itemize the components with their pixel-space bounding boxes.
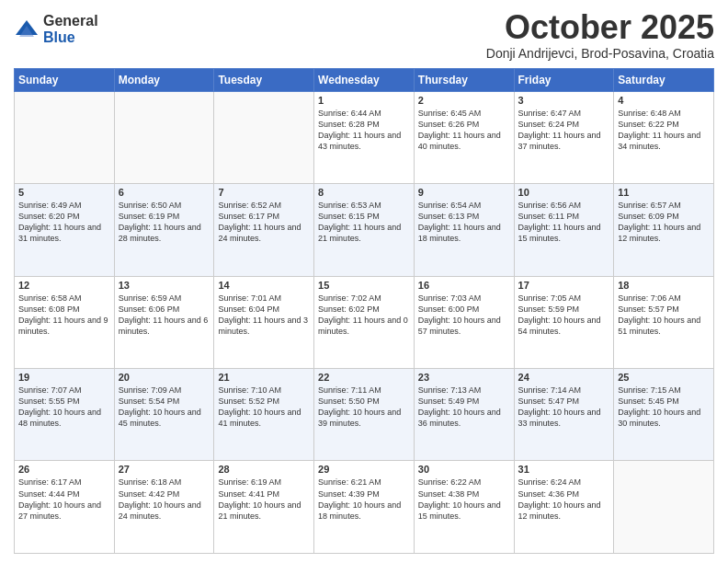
day-info: Sunrise: 6:50 AM Sunset: 6:19 PM Dayligh… [119,200,210,245]
col-tuesday: Tuesday [214,68,314,91]
calendar-week-row: 1Sunrise: 6:44 AM Sunset: 6:28 PM Daylig… [15,91,714,183]
table-row: 12Sunrise: 6:58 AM Sunset: 6:08 PM Dayli… [15,276,115,368]
table-row: 3Sunrise: 6:47 AM Sunset: 6:24 PM Daylig… [514,91,614,183]
col-friday: Friday [514,68,614,91]
logo-general: General [43,13,98,29]
day-number: 6 [119,187,210,198]
location: Donji Andrijevci, Brod-Posavina, Croatia [486,46,714,61]
day-number: 13 [119,280,210,291]
day-info: Sunrise: 6:49 AM Sunset: 6:20 PM Dayligh… [18,200,110,245]
title-block: October 2025 Donji Andrijevci, Brod-Posa… [486,9,714,61]
day-number: 22 [318,372,410,383]
day-info: Sunrise: 6:45 AM Sunset: 6:26 PM Dayligh… [418,108,510,153]
day-info: Sunrise: 7:09 AM Sunset: 5:54 PM Dayligh… [119,385,210,430]
day-number: 7 [218,187,310,198]
day-number: 17 [518,280,610,291]
table-row: 30Sunrise: 6:22 AM Sunset: 4:38 PM Dayli… [414,461,514,554]
table-row: 25Sunrise: 7:15 AM Sunset: 5:45 PM Dayli… [614,369,714,461]
day-number: 4 [618,95,710,106]
day-number: 16 [418,280,510,291]
day-info: Sunrise: 7:06 AM Sunset: 5:57 PM Dayligh… [618,293,710,338]
table-row: 8Sunrise: 6:53 AM Sunset: 6:15 PM Daylig… [314,184,415,276]
table-row: 29Sunrise: 6:21 AM Sunset: 4:39 PM Dayli… [314,461,415,554]
day-info: Sunrise: 6:56 AM Sunset: 6:11 PM Dayligh… [518,200,610,245]
table-row: 19Sunrise: 7:07 AM Sunset: 5:55 PM Dayli… [15,369,115,461]
calendar-week-row: 5Sunrise: 6:49 AM Sunset: 6:20 PM Daylig… [15,184,714,276]
day-number: 20 [119,372,210,383]
day-number: 3 [518,95,610,106]
day-number: 12 [18,280,110,291]
table-row: 4Sunrise: 6:48 AM Sunset: 6:22 PM Daylig… [614,91,714,183]
day-info: Sunrise: 7:05 AM Sunset: 5:59 PM Dayligh… [518,293,610,338]
table-row [15,91,115,183]
day-number: 23 [418,372,510,383]
day-info: Sunrise: 6:18 AM Sunset: 4:42 PM Dayligh… [119,477,210,522]
col-sunday: Sunday [15,68,115,91]
day-info: Sunrise: 7:10 AM Sunset: 5:52 PM Dayligh… [218,385,310,430]
day-info: Sunrise: 6:58 AM Sunset: 6:08 PM Dayligh… [18,293,110,338]
table-row: 26Sunrise: 6:17 AM Sunset: 4:44 PM Dayli… [15,461,115,554]
col-thursday: Thursday [414,68,514,91]
day-number: 28 [218,464,310,475]
day-number: 10 [518,187,610,198]
day-number: 14 [218,280,310,291]
day-info: Sunrise: 6:22 AM Sunset: 4:38 PM Dayligh… [418,477,510,522]
col-monday: Monday [114,68,214,91]
day-info: Sunrise: 6:17 AM Sunset: 4:44 PM Dayligh… [18,477,110,522]
day-info: Sunrise: 6:21 AM Sunset: 4:39 PM Dayligh… [318,477,410,522]
table-row: 16Sunrise: 7:03 AM Sunset: 6:00 PM Dayli… [414,276,514,368]
logo-text: General Blue [43,13,98,45]
day-number: 30 [418,464,510,475]
table-row: 11Sunrise: 6:57 AM Sunset: 6:09 PM Dayli… [614,184,714,276]
day-info: Sunrise: 6:57 AM Sunset: 6:09 PM Dayligh… [618,200,710,245]
table-row: 24Sunrise: 7:14 AM Sunset: 5:47 PM Dayli… [514,369,614,461]
day-info: Sunrise: 7:13 AM Sunset: 5:49 PM Dayligh… [418,385,510,430]
logo-icon [14,17,40,42]
table-row: 22Sunrise: 7:11 AM Sunset: 5:50 PM Dayli… [314,369,415,461]
calendar-week-row: 26Sunrise: 6:17 AM Sunset: 4:44 PM Dayli… [15,461,714,554]
table-row [214,91,314,183]
col-wednesday: Wednesday [314,68,415,91]
day-info: Sunrise: 6:48 AM Sunset: 6:22 PM Dayligh… [618,108,710,153]
day-info: Sunrise: 6:54 AM Sunset: 6:13 PM Dayligh… [418,200,510,245]
table-row: 6Sunrise: 6:50 AM Sunset: 6:19 PM Daylig… [114,184,214,276]
day-number: 24 [518,372,610,383]
table-row: 20Sunrise: 7:09 AM Sunset: 5:54 PM Dayli… [114,369,214,461]
logo: General Blue [14,13,98,45]
day-info: Sunrise: 7:03 AM Sunset: 6:00 PM Dayligh… [418,293,510,338]
day-number: 15 [318,280,410,291]
table-row: 28Sunrise: 6:19 AM Sunset: 4:41 PM Dayli… [214,461,314,554]
day-number: 11 [618,187,710,198]
day-number: 27 [119,464,210,475]
day-number: 1 [318,95,410,106]
table-row: 31Sunrise: 6:24 AM Sunset: 4:36 PM Dayli… [514,461,614,554]
day-number: 25 [618,372,710,383]
table-row: 13Sunrise: 6:59 AM Sunset: 6:06 PM Dayli… [114,276,214,368]
day-info: Sunrise: 6:47 AM Sunset: 6:24 PM Dayligh… [518,108,610,153]
table-row: 1Sunrise: 6:44 AM Sunset: 6:28 PM Daylig… [314,91,415,183]
table-row: 21Sunrise: 7:10 AM Sunset: 5:52 PM Dayli… [214,369,314,461]
day-info: Sunrise: 6:24 AM Sunset: 4:36 PM Dayligh… [518,477,610,522]
day-number: 5 [18,187,110,198]
day-info: Sunrise: 7:14 AM Sunset: 5:47 PM Dayligh… [518,385,610,430]
day-number: 31 [518,464,610,475]
table-row: 5Sunrise: 6:49 AM Sunset: 6:20 PM Daylig… [15,184,115,276]
day-number: 18 [618,280,710,291]
calendar-table: Sunday Monday Tuesday Wednesday Thursday… [14,68,714,554]
day-number: 29 [318,464,410,475]
day-number: 2 [418,95,510,106]
day-info: Sunrise: 6:19 AM Sunset: 4:41 PM Dayligh… [218,477,310,522]
table-row: 9Sunrise: 6:54 AM Sunset: 6:13 PM Daylig… [414,184,514,276]
table-row: 18Sunrise: 7:06 AM Sunset: 5:57 PM Dayli… [614,276,714,368]
day-info: Sunrise: 7:15 AM Sunset: 5:45 PM Dayligh… [618,385,710,430]
table-row [114,91,214,183]
day-info: Sunrise: 7:01 AM Sunset: 6:04 PM Dayligh… [218,293,310,338]
month-title: October 2025 [486,9,714,46]
day-number: 26 [18,464,110,475]
day-info: Sunrise: 6:52 AM Sunset: 6:17 PM Dayligh… [218,200,310,245]
header: General Blue October 2025 Donji Andrijev… [14,9,714,61]
table-row: 23Sunrise: 7:13 AM Sunset: 5:49 PM Dayli… [414,369,514,461]
day-info: Sunrise: 7:11 AM Sunset: 5:50 PM Dayligh… [318,385,410,430]
day-info: Sunrise: 7:02 AM Sunset: 6:02 PM Dayligh… [318,293,410,338]
day-info: Sunrise: 6:53 AM Sunset: 6:15 PM Dayligh… [318,200,410,245]
